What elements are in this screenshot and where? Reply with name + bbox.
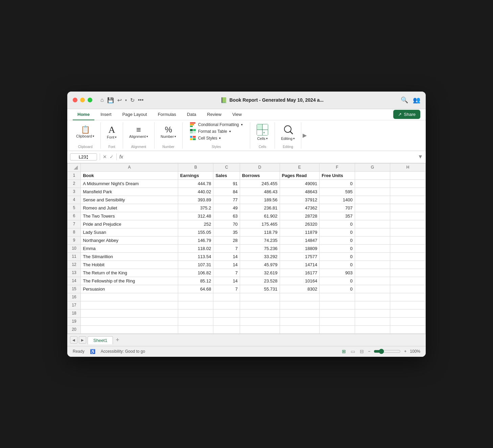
table-cell[interactable]	[240, 325, 280, 333]
table-cell[interactable]	[355, 228, 390, 236]
table-cell[interactable]: 0	[320, 244, 355, 252]
table-cell[interactable]: 70	[213, 220, 240, 228]
table-cell[interactable]	[178, 309, 213, 317]
table-cell[interactable]: 49	[213, 204, 240, 212]
tab-view[interactable]: View	[228, 109, 246, 120]
table-cell[interactable]	[213, 317, 240, 325]
add-sheet-button[interactable]: +	[114, 337, 121, 344]
table-cell[interactable]	[213, 293, 240, 301]
table-cell[interactable]	[280, 293, 320, 301]
table-cell[interactable]	[355, 277, 390, 285]
table-cell[interactable]: 155.05	[178, 228, 213, 236]
table-cell[interactable]: 26320	[280, 220, 320, 228]
table-cell[interactable]: 10164	[280, 277, 320, 285]
table-cell[interactable]	[355, 196, 390, 204]
table-cell[interactable]: Persuasion	[81, 285, 178, 293]
table-cell[interactable]	[240, 317, 280, 325]
table-cell[interactable]	[390, 188, 426, 196]
table-cell[interactable]	[355, 236, 390, 244]
tab-data[interactable]: Data	[182, 109, 201, 120]
table-cell[interactable]	[81, 317, 178, 325]
table-cell[interactable]	[240, 301, 280, 309]
table-cell[interactable]	[390, 309, 426, 317]
col-header-b[interactable]: B	[178, 163, 213, 171]
table-cell[interactable]	[390, 228, 426, 236]
table-cell[interactable]	[390, 179, 426, 188]
table-cell[interactable]: 7	[213, 244, 240, 252]
name-box-up[interactable]: ▲	[86, 154, 88, 157]
table-cell[interactable]: 35	[213, 228, 240, 236]
row-header-15[interactable]: 15	[68, 285, 81, 293]
spreadsheet-container[interactable]: A B C D E F G H 1BookEarningsSalesBorrow…	[67, 163, 426, 334]
table-cell[interactable]	[390, 204, 426, 212]
table-cell[interactable]	[320, 293, 355, 301]
table-cell[interactable]	[280, 301, 320, 309]
table-cell[interactable]: 0	[320, 179, 355, 188]
search-icon[interactable]: 🔍	[401, 96, 408, 104]
zoom-minus[interactable]: −	[368, 349, 370, 354]
row-header-5[interactable]: 5	[68, 204, 81, 212]
table-cell[interactable]: Free Units	[320, 171, 355, 179]
table-cell[interactable]: 37912	[280, 196, 320, 204]
row-header-4[interactable]: 4	[68, 196, 81, 204]
row-header-13[interactable]: 13	[68, 269, 81, 277]
table-cell[interactable]	[320, 309, 355, 317]
table-cell[interactable]	[390, 244, 426, 252]
table-cell[interactable]: 77	[213, 196, 240, 204]
table-cell[interactable]: 85.12	[178, 277, 213, 285]
table-cell[interactable]: 8302	[280, 285, 320, 293]
format-as-table-arrow[interactable]: ▾	[229, 130, 231, 133]
table-cell[interactable]	[355, 244, 390, 252]
conditional-formatting-button[interactable]: Conditional Formatting	[198, 122, 239, 127]
row-header-8[interactable]: 8	[68, 228, 81, 236]
table-cell[interactable]	[355, 252, 390, 260]
row-header-11[interactable]: 11	[68, 252, 81, 260]
minimize-button[interactable]	[80, 98, 85, 102]
table-cell[interactable]: 440.02	[178, 188, 213, 196]
row-header-14[interactable]: 14	[68, 277, 81, 285]
table-cell[interactable]	[213, 309, 240, 317]
table-cell[interactable]	[355, 179, 390, 188]
col-header-d[interactable]: D	[240, 163, 280, 171]
table-cell[interactable]	[390, 212, 426, 220]
sheet-tab-sheet1[interactable]: Sheet1	[88, 336, 113, 344]
table-cell[interactable]: Sense and Sensibility	[81, 196, 178, 204]
table-cell[interactable]: 14	[213, 260, 240, 269]
table-cell[interactable]: 0	[320, 228, 355, 236]
table-cell[interactable]: 45.979	[240, 260, 280, 269]
table-cell[interactable]	[240, 309, 280, 317]
tab-next-button[interactable]: ▶	[79, 336, 86, 344]
row-header-6[interactable]: 6	[68, 212, 81, 220]
name-box[interactable]: L23 ▲ ▼	[70, 153, 97, 160]
col-header-c[interactable]: C	[213, 163, 240, 171]
table-cell[interactable]: 7	[213, 269, 240, 277]
table-cell[interactable]: 14714	[280, 260, 320, 269]
table-cell[interactable]: 357	[320, 212, 355, 220]
row-header-1[interactable]: 1	[68, 171, 81, 179]
table-cell[interactable]	[320, 301, 355, 309]
row-header-7[interactable]: 7	[68, 220, 81, 228]
table-cell[interactable]	[355, 293, 390, 301]
number-button[interactable]: % Number ▾	[159, 124, 178, 140]
table-cell[interactable]: Pride and Prejudice	[81, 220, 178, 228]
table-cell[interactable]: Sales	[213, 171, 240, 179]
tab-insert[interactable]: Insert	[96, 109, 116, 120]
table-cell[interactable]: 32.619	[240, 269, 280, 277]
row-header-19[interactable]: 19	[68, 317, 81, 325]
table-cell[interactable]: 18809	[280, 244, 320, 252]
alignment-button[interactable]: ≡ Alignment ▾	[127, 124, 150, 140]
table-cell[interactable]: 16177	[280, 269, 320, 277]
table-cell[interactable]: 707	[320, 204, 355, 212]
table-cell[interactable]: 393.89	[178, 196, 213, 204]
table-cell[interactable]: 0	[320, 236, 355, 244]
table-cell[interactable]	[213, 325, 240, 333]
table-cell[interactable]	[355, 188, 390, 196]
home-icon[interactable]: ⌂	[100, 97, 104, 103]
undo-icon[interactable]: ↩	[117, 97, 122, 103]
table-cell[interactable]	[390, 301, 426, 309]
cell-styles-button[interactable]: Cell Styles	[198, 136, 217, 141]
table-cell[interactable]: 0	[320, 277, 355, 285]
table-cell[interactable]: 175.465	[240, 220, 280, 228]
save-icon[interactable]: 💾	[107, 97, 114, 103]
table-cell[interactable]	[390, 260, 426, 269]
